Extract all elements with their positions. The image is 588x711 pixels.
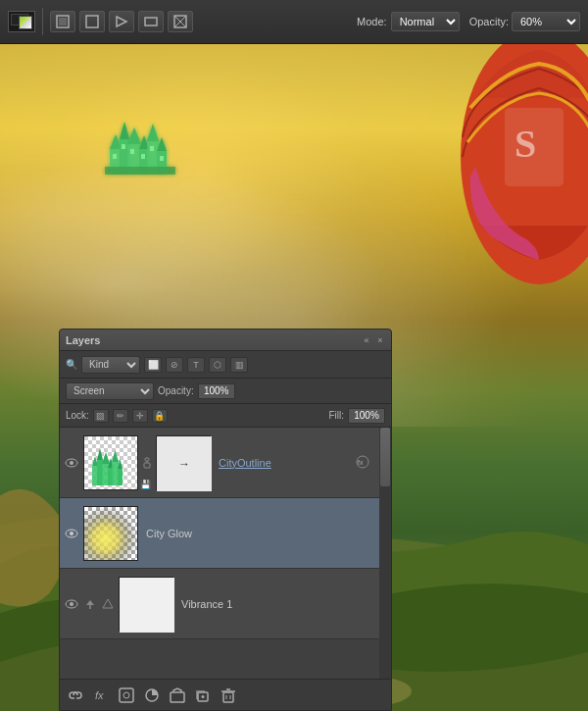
layer-visibility-vibrance[interactable] — [64, 596, 79, 612]
layer-save-icon: 💾 — [140, 480, 151, 489]
layers-panel: Layers « × 🔍 Kind ⬜ ⊘ T ⬡ ▥ Screen Opaci… — [59, 329, 392, 711]
svg-rect-16 — [105, 167, 175, 175]
opacity-control: Opacity: 60% — [469, 12, 580, 31]
color-swatch[interactable] — [8, 11, 35, 32]
svg-marker-29 — [117, 17, 126, 26]
svg-marker-67 — [103, 599, 113, 608]
svg-rect-28 — [86, 16, 98, 27]
svg-marker-9 — [127, 127, 141, 144]
layer-fx-icon: fx — [356, 455, 369, 471]
lock-label: Lock: — [66, 410, 89, 421]
filter-kind-dropdown[interactable]: Kind — [81, 356, 140, 374]
svg-rect-70 — [120, 688, 133, 702]
filter-row: 🔍 Kind ⬜ ⊘ T ⬡ ▥ — [60, 351, 391, 379]
footer-mask-btn[interactable] — [117, 686, 136, 705]
layer-thumb-city-outline — [83, 435, 138, 490]
opacity-dropdown[interactable]: 60% — [512, 12, 580, 31]
svg-rect-21 — [150, 146, 154, 151]
svg-point-71 — [123, 692, 129, 698]
layer-thumb-vibrance — [119, 577, 173, 632]
opacity-row-label: Opacity: — [158, 385, 194, 396]
panel-close-btn[interactable]: × — [375, 335, 385, 345]
tool-btn-1[interactable] — [50, 11, 75, 32]
panel-titlebar: Layers « × — [60, 330, 391, 351]
filter-btn-smart[interactable]: ▥ — [230, 357, 248, 373]
tool-btn-5[interactable] — [168, 11, 193, 32]
layer-visibility-city-glow[interactable] — [64, 526, 79, 541]
layer-item-vibrance[interactable]: Vibrance 1 — [60, 569, 391, 639]
svg-rect-27 — [59, 18, 67, 25]
lock-row: Lock: ▨ ✏ ✛ 🔒 Fill: 100% — [60, 404, 391, 428]
mode-dropdown[interactable]: Normal — [391, 12, 460, 31]
layer-adjust-icon — [101, 598, 115, 610]
layer-item-city-glow[interactable]: City Glow — [60, 498, 391, 569]
layer-name-vibrance: Vibrance 1 — [181, 598, 383, 610]
svg-rect-68 — [120, 578, 174, 633]
footer-group-btn[interactable] — [168, 686, 187, 705]
layer-name-city-glow: City Glow — [146, 528, 383, 539]
tool-btn-4[interactable] — [138, 11, 164, 32]
tool-btn-2[interactable] — [79, 11, 105, 32]
svg-rect-30 — [145, 18, 157, 25]
svg-rect-22 — [160, 156, 164, 161]
layer-chain-city-outline — [142, 458, 152, 468]
lock-transparency-btn[interactable]: ▨ — [93, 409, 109, 423]
scroll-thumb[interactable] — [380, 428, 390, 486]
footer-delete-btn[interactable] — [219, 686, 238, 705]
svg-rect-77 — [223, 692, 233, 702]
svg-point-61 — [70, 532, 74, 535]
lock-all-btn[interactable]: 🔒 — [152, 409, 168, 423]
opacity-label: Opacity: — [469, 16, 509, 27]
fill-input[interactable]: 100% — [348, 408, 385, 424]
filter-btn-pixel[interactable]: ⬜ — [144, 357, 162, 373]
svg-rect-49 — [112, 462, 119, 485]
lock-paint-btn[interactable]: ✏ — [113, 409, 128, 423]
opacity-row-input[interactable]: 100% — [198, 383, 235, 399]
filter-btn-shape[interactable]: ⬡ — [209, 357, 226, 373]
layer-visibility-city-outline[interactable] — [64, 455, 79, 471]
panel-collapse-btn[interactable]: « — [362, 335, 371, 345]
svg-text:S: S — [514, 122, 536, 166]
separator-1 — [42, 8, 43, 35]
filter-btn-adjust[interactable]: ⊘ — [166, 357, 183, 373]
footer-fx-btn[interactable]: fx — [91, 686, 111, 705]
svg-marker-65 — [86, 600, 94, 605]
svg-rect-51 — [118, 469, 122, 485]
svg-rect-73 — [171, 692, 184, 702]
svg-text:fx: fx — [95, 689, 104, 701]
svg-point-64 — [70, 602, 74, 606]
svg-marker-13 — [147, 124, 159, 141]
blend-mode-row: Screen Opacity: 100% — [60, 379, 391, 404]
lock-move-btn[interactable]: ✛ — [132, 409, 148, 423]
svg-rect-62 — [84, 507, 137, 560]
svg-text:fx: fx — [358, 459, 364, 466]
scroll-track[interactable] — [379, 428, 391, 679]
footer-new-layer-btn[interactable] — [193, 686, 213, 705]
layer-arrow-icon — [83, 598, 97, 610]
hot-air-balloon: S — [421, 0, 588, 392]
layers-content: 🔍 Kind ⬜ ⊘ T ⬡ ▥ Screen Opacity: 100% Lo… — [60, 351, 391, 710]
fill-label: Fill: — [328, 410, 344, 421]
svg-text:→: → — [178, 457, 190, 471]
svg-rect-54 — [144, 463, 150, 468]
search-icon: 🔍 — [66, 359, 77, 370]
layer-item-city-outline[interactable]: → CityOutline fx 💾 — [60, 428, 391, 498]
footer-adjustment-btn[interactable] — [142, 686, 162, 705]
tool-btn-3[interactable] — [109, 11, 134, 32]
mode-label: Mode: — [357, 16, 387, 27]
emerald-city — [100, 100, 188, 178]
svg-rect-19 — [130, 149, 134, 154]
svg-rect-17 — [113, 154, 117, 159]
svg-rect-18 — [122, 144, 125, 149]
layers-footer: fx — [60, 679, 391, 710]
panel-title: Layers — [66, 334, 100, 346]
svg-rect-53 — [145, 458, 149, 461]
footer-link-btn[interactable] — [66, 686, 85, 705]
panel-controls: « × — [362, 335, 385, 345]
layers-list: → CityOutline fx 💾 — [60, 428, 391, 679]
blend-mode-dropdown[interactable]: Screen — [66, 382, 154, 400]
layer-thumb-city-glow — [83, 506, 138, 561]
layer-info-vibrance: Vibrance 1 — [177, 596, 387, 612]
filter-btn-type[interactable]: T — [187, 357, 205, 373]
svg-point-35 — [70, 461, 74, 465]
